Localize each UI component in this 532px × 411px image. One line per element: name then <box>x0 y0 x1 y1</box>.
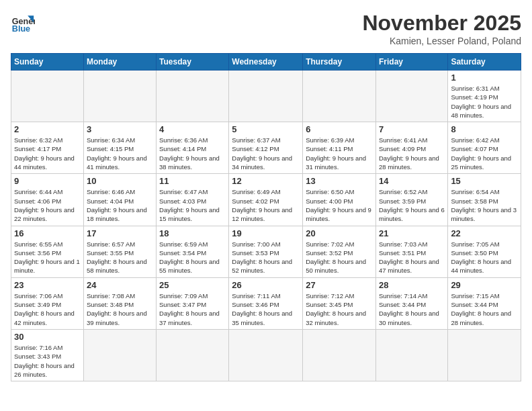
day-info: Sunrise: 7:02 AM Sunset: 3:52 PM Dayligh… <box>306 240 373 275</box>
calendar-day-cell: 12Sunrise: 6:49 AM Sunset: 4:02 PM Dayli… <box>229 174 303 226</box>
day-number: 1 <box>451 73 518 83</box>
calendar-day-cell: 3Sunrise: 6:34 AM Sunset: 4:15 PM Daylig… <box>83 122 156 174</box>
day-info: Sunrise: 6:37 AM Sunset: 4:12 PM Dayligh… <box>232 136 300 171</box>
day-info: Sunrise: 7:09 AM Sunset: 3:47 PM Dayligh… <box>159 291 226 327</box>
calendar-day-cell: 8Sunrise: 6:42 AM Sunset: 4:07 PM Daylig… <box>448 122 521 174</box>
calendar-day-cell <box>157 71 229 122</box>
logo-icon: General Blue <box>11 11 35 35</box>
day-number: 27 <box>306 280 373 290</box>
day-info: Sunrise: 7:16 AM Sunset: 3:43 PM Dayligh… <box>14 343 81 379</box>
calendar-day-cell: 18Sunrise: 6:59 AM Sunset: 3:54 PM Dayli… <box>157 226 229 277</box>
svg-text:Blue: Blue <box>12 24 30 34</box>
calendar-day-cell: 28Sunrise: 7:14 AM Sunset: 3:44 PM Dayli… <box>375 277 447 329</box>
day-info: Sunrise: 6:46 AM Sunset: 4:04 PM Dayligh… <box>87 187 153 223</box>
day-number: 19 <box>232 228 300 238</box>
day-info: Sunrise: 6:54 AM Sunset: 3:58 PM Dayligh… <box>451 187 518 223</box>
calendar-day-cell <box>375 71 447 122</box>
day-info: Sunrise: 6:32 AM Sunset: 4:17 PM Dayligh… <box>14 136 81 171</box>
weekday-header-monday: Monday <box>83 54 156 71</box>
calendar-day-cell <box>83 329 156 381</box>
day-number: 3 <box>87 124 153 134</box>
calendar-day-cell: 25Sunrise: 7:09 AM Sunset: 3:47 PM Dayli… <box>157 277 229 329</box>
day-info: Sunrise: 7:15 AM Sunset: 3:44 PM Dayligh… <box>451 291 518 327</box>
day-info: Sunrise: 7:11 AM Sunset: 3:46 PM Dayligh… <box>232 291 300 327</box>
calendar-day-cell: 13Sunrise: 6:50 AM Sunset: 4:00 PM Dayli… <box>303 174 376 226</box>
day-number: 24 <box>87 280 153 290</box>
day-info: Sunrise: 6:52 AM Sunset: 3:59 PM Dayligh… <box>379 187 445 223</box>
calendar-day-cell: 20Sunrise: 7:02 AM Sunset: 3:52 PM Dayli… <box>303 226 376 277</box>
calendar-day-cell <box>229 71 303 122</box>
day-number: 14 <box>379 176 445 186</box>
day-number: 8 <box>451 124 518 134</box>
day-number: 6 <box>306 124 373 134</box>
day-number: 26 <box>232 280 300 290</box>
calendar-day-cell: 6Sunrise: 6:39 AM Sunset: 4:11 PM Daylig… <box>303 122 376 174</box>
calendar-day-cell: 15Sunrise: 6:54 AM Sunset: 3:58 PM Dayli… <box>448 174 521 226</box>
calendar-day-cell <box>157 329 229 381</box>
calendar-day-cell <box>448 329 521 381</box>
calendar-day-cell <box>11 71 84 122</box>
calendar-page: General Blue November 2025 Kamien, Lesse… <box>0 0 532 411</box>
day-number: 12 <box>232 176 300 186</box>
calendar-day-cell: 9Sunrise: 6:44 AM Sunset: 4:06 PM Daylig… <box>11 174 84 226</box>
day-number: 22 <box>451 228 518 238</box>
weekday-header-sunday: Sunday <box>11 54 84 71</box>
day-number: 11 <box>159 176 226 186</box>
day-number: 16 <box>14 228 81 238</box>
day-info: Sunrise: 6:42 AM Sunset: 4:07 PM Dayligh… <box>451 136 518 171</box>
calendar-day-cell: 19Sunrise: 7:00 AM Sunset: 3:53 PM Dayli… <box>229 226 303 277</box>
day-info: Sunrise: 6:31 AM Sunset: 4:19 PM Dayligh… <box>451 84 518 120</box>
calendar-day-cell: 23Sunrise: 7:06 AM Sunset: 3:49 PM Dayli… <box>11 277 84 329</box>
day-number: 7 <box>379 124 445 134</box>
day-info: Sunrise: 6:36 AM Sunset: 4:14 PM Dayligh… <box>159 136 226 171</box>
day-info: Sunrise: 6:49 AM Sunset: 4:02 PM Dayligh… <box>232 187 300 223</box>
calendar-week-row: 1Sunrise: 6:31 AM Sunset: 4:19 PM Daylig… <box>11 71 521 122</box>
day-number: 9 <box>14 176 81 186</box>
day-number: 30 <box>14 332 81 342</box>
day-number: 21 <box>379 228 445 238</box>
calendar-day-cell: 24Sunrise: 7:08 AM Sunset: 3:48 PM Dayli… <box>83 277 156 329</box>
logo: General Blue <box>11 11 35 35</box>
day-info: Sunrise: 6:44 AM Sunset: 4:06 PM Dayligh… <box>14 187 81 223</box>
calendar-week-row: 30Sunrise: 7:16 AM Sunset: 3:43 PM Dayli… <box>11 329 521 381</box>
weekday-header-tuesday: Tuesday <box>157 54 229 71</box>
day-number: 25 <box>159 280 226 290</box>
weekday-header-saturday: Saturday <box>448 54 521 71</box>
day-info: Sunrise: 7:00 AM Sunset: 3:53 PM Dayligh… <box>232 240 300 275</box>
day-info: Sunrise: 7:06 AM Sunset: 3:49 PM Dayligh… <box>14 291 81 327</box>
day-info: Sunrise: 7:03 AM Sunset: 3:51 PM Dayligh… <box>379 240 445 275</box>
calendar-day-cell <box>303 329 376 381</box>
day-info: Sunrise: 7:12 AM Sunset: 3:45 PM Dayligh… <box>306 291 373 327</box>
weekday-header-row: SundayMondayTuesdayWednesdayThursdayFrid… <box>11 54 521 71</box>
day-info: Sunrise: 6:59 AM Sunset: 3:54 PM Dayligh… <box>159 240 226 275</box>
day-number: 18 <box>159 228 226 238</box>
calendar-day-cell <box>229 329 303 381</box>
calendar-day-cell <box>303 71 376 122</box>
calendar-day-cell: 10Sunrise: 6:46 AM Sunset: 4:04 PM Dayli… <box>83 174 156 226</box>
calendar-day-cell: 16Sunrise: 6:55 AM Sunset: 3:56 PM Dayli… <box>11 226 84 277</box>
calendar-day-cell: 7Sunrise: 6:41 AM Sunset: 4:09 PM Daylig… <box>375 122 447 174</box>
day-number: 29 <box>451 280 518 290</box>
day-info: Sunrise: 6:41 AM Sunset: 4:09 PM Dayligh… <box>379 136 445 171</box>
calendar-week-row: 16Sunrise: 6:55 AM Sunset: 3:56 PM Dayli… <box>11 226 521 277</box>
location-subtitle: Kamien, Lesser Poland, Poland <box>362 36 521 46</box>
day-info: Sunrise: 6:47 AM Sunset: 4:03 PM Dayligh… <box>159 187 226 223</box>
calendar-day-cell <box>83 71 156 122</box>
calendar-day-cell: 5Sunrise: 6:37 AM Sunset: 4:12 PM Daylig… <box>229 122 303 174</box>
day-info: Sunrise: 7:08 AM Sunset: 3:48 PM Dayligh… <box>87 291 153 327</box>
calendar-day-cell: 1Sunrise: 6:31 AM Sunset: 4:19 PM Daylig… <box>448 71 521 122</box>
calendar-day-cell: 27Sunrise: 7:12 AM Sunset: 3:45 PM Dayli… <box>303 277 376 329</box>
calendar-week-row: 2Sunrise: 6:32 AM Sunset: 4:17 PM Daylig… <box>11 122 521 174</box>
day-info: Sunrise: 6:34 AM Sunset: 4:15 PM Dayligh… <box>87 136 153 171</box>
day-info: Sunrise: 7:14 AM Sunset: 3:44 PM Dayligh… <box>379 291 445 327</box>
calendar-day-cell: 22Sunrise: 7:05 AM Sunset: 3:50 PM Dayli… <box>448 226 521 277</box>
day-info: Sunrise: 6:39 AM Sunset: 4:11 PM Dayligh… <box>306 136 373 171</box>
calendar-week-row: 23Sunrise: 7:06 AM Sunset: 3:49 PM Dayli… <box>11 277 521 329</box>
day-number: 17 <box>87 228 153 238</box>
calendar-day-cell: 2Sunrise: 6:32 AM Sunset: 4:17 PM Daylig… <box>11 122 84 174</box>
title-block: November 2025 Kamien, Lesser Poland, Pol… <box>362 11 521 46</box>
weekday-header-wednesday: Wednesday <box>229 54 303 71</box>
day-number: 23 <box>14 280 81 290</box>
day-number: 2 <box>14 124 81 134</box>
calendar-week-row: 9Sunrise: 6:44 AM Sunset: 4:06 PM Daylig… <box>11 174 521 226</box>
